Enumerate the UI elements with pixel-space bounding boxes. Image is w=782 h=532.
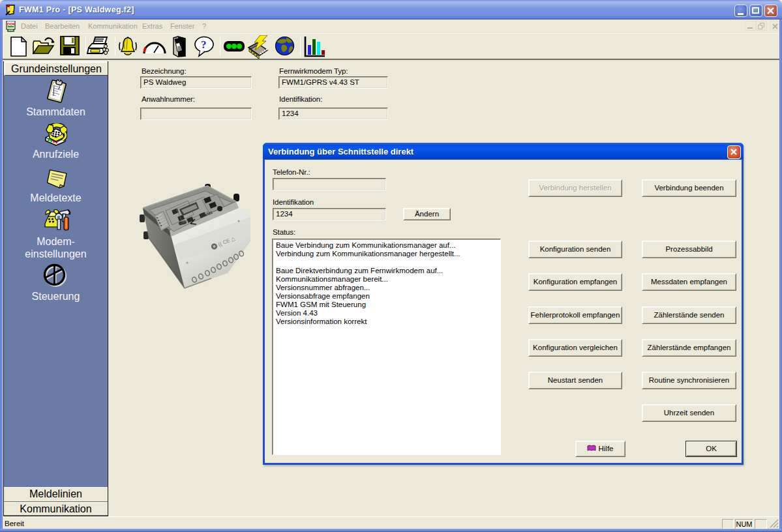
svg-text:DOK: DOK bbox=[7, 22, 15, 26]
svg-text:?: ? bbox=[201, 38, 207, 51]
